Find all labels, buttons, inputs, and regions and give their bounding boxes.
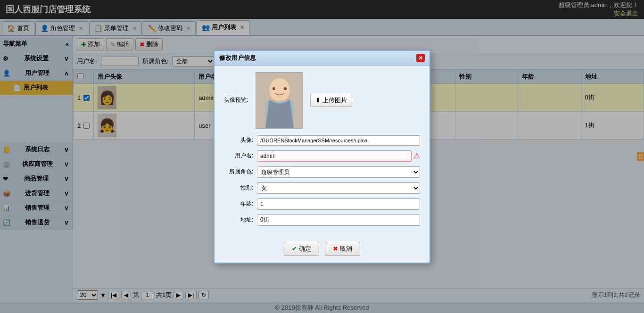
upload-icon: ⬆: [315, 97, 321, 104]
address-input[interactable]: [257, 214, 420, 226]
age-label: 年龄:: [224, 200, 257, 208]
address-label: 地址:: [224, 216, 257, 224]
gender-select[interactable]: 男 女: [257, 182, 420, 194]
form-row-address: 地址:: [224, 214, 420, 226]
modal-edit-user: 修改用户信息 ✕ 头像预览:: [214, 50, 430, 264]
confirm-label: 确定: [299, 245, 311, 253]
modal-title: 修改用户信息: [219, 54, 256, 62]
form-row-gender: 性别: 男 女: [224, 182, 420, 194]
upload-label: 上传图片: [322, 96, 347, 105]
svg-point-5: [284, 87, 287, 90]
modal-body: 头像预览:: [215, 66, 429, 237]
avatar-preview-box: [256, 72, 303, 129]
modal-overlay: 修改用户信息 ✕ 头像预览:: [0, 0, 644, 313]
age-input[interactable]: [257, 198, 420, 210]
confirm-btn[interactable]: ✔ 确定: [284, 242, 319, 256]
modal-footer: ✔ 确定 ✖ 取消: [215, 237, 429, 263]
modal-close-btn[interactable]: ✕: [416, 54, 425, 62]
cancel-label: 取消: [340, 245, 352, 253]
avatar-path-input[interactable]: [257, 135, 420, 146]
form-row-avatar-path: 头像:: [224, 135, 420, 146]
cancel-btn[interactable]: ✖ 取消: [325, 242, 360, 256]
username-input[interactable]: [257, 150, 412, 162]
gender-label: 性别:: [224, 184, 257, 192]
modal-header: 修改用户信息 ✕: [215, 51, 429, 66]
role-select[interactable]: 超级管理员 管理员 普通用户: [257, 166, 420, 178]
svg-point-4: [272, 87, 275, 90]
warning-icon: ⚠: [413, 151, 420, 160]
ok-icon: ✔: [292, 245, 297, 252]
upload-btn[interactable]: ⬆ 上传图片: [310, 94, 352, 107]
cancel-icon: ✖: [333, 245, 338, 252]
svg-point-3: [269, 78, 290, 102]
form-row-role: 所属角色: 超级管理员 管理员 普通用户: [224, 166, 420, 178]
avatar-preview-img: [256, 73, 302, 128]
avatar-preview-label: 头像预览:: [224, 96, 248, 104]
avatar-section: 头像预览:: [224, 72, 420, 129]
avatar-path-label: 头像:: [224, 136, 257, 144]
username-label: 用户名:: [224, 152, 257, 160]
role-label: 所属角色:: [224, 168, 257, 176]
form-row-username: 用户名: ⚠: [224, 150, 420, 162]
form-row-age: 年龄:: [224, 198, 420, 210]
